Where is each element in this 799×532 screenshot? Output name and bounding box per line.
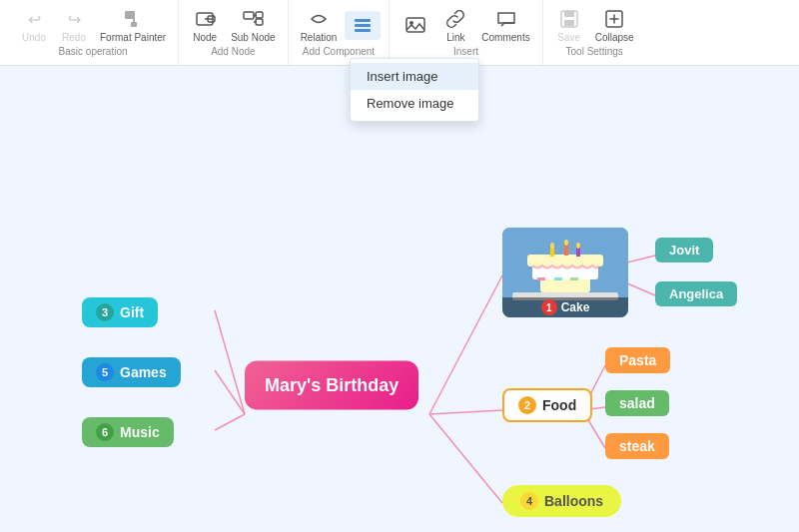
gift-node[interactable]: 3 Gift [82,297,158,327]
balloons-label: Balloons [544,493,603,509]
redo-button[interactable]: ↪ Redo [56,5,92,45]
food-num: 2 [518,396,536,414]
svg-rect-25 [537,277,545,280]
comments-icon [494,7,518,31]
toolbar-group-add-node: Node Sub Node Add Node [179,0,288,65]
svg-rect-10 [256,19,263,25]
toolbar-group-tool-settings: Save Collapse Tool Settings [543,0,646,65]
svg-point-32 [564,240,568,246]
salad-node[interactable]: salad [605,390,669,416]
games-label: Games [120,364,167,380]
sub-node-icon [241,7,265,31]
svg-rect-26 [554,277,562,280]
svg-point-33 [576,243,580,249]
insert-dropdown-menu: Insert image Remove image [350,58,479,122]
cake-node-label-bar: 1 Cake [502,297,628,317]
remove-image-menu-item[interactable]: Remove image [351,90,478,117]
add-component-icon [351,13,375,37]
sub-node-button[interactable]: Sub Node [227,5,279,45]
format-painter-button[interactable]: Format Painter [96,5,170,45]
svg-rect-27 [570,277,578,280]
music-badge: 6 [96,423,114,441]
toolbar-group-add-component: Relation Add Component [289,0,391,65]
cake-num: 1 [541,299,557,315]
insert-image-menu-item[interactable]: Insert image [351,63,478,90]
link-icon [443,7,467,31]
food-node[interactable]: 2 Food [502,388,592,422]
insert-image-button[interactable] [398,11,433,40]
save-label: Save [557,32,580,43]
redo-icon: ↪ [62,7,86,31]
gift-badge: 3 [96,303,114,321]
collapse-button[interactable]: Collapse [591,5,638,45]
svg-rect-22 [540,277,590,292]
gift-label: Gift [120,304,144,320]
format-painter-label: Format Painter [100,32,166,43]
image-icon [403,13,427,37]
svg-rect-6 [244,12,254,19]
collapse-label: Collapse [595,32,634,43]
add-component-label-group: Add Component [303,46,375,57]
add-node-label: Add Node [211,46,255,57]
angelica-node[interactable]: Angelica [655,281,737,306]
center-node-label: Mary's Birthday [265,375,399,396]
salad-label: salad [619,395,655,411]
insert-label: Insert [453,46,478,57]
collapse-icon [602,7,626,31]
comments-label: Comments [481,32,529,43]
games-badge: 5 [96,363,114,381]
redo-label: Redo [62,32,86,43]
svg-rect-11 [355,19,371,22]
steak-label: steak [619,438,655,454]
svg-rect-17 [564,11,574,17]
undo-button[interactable]: ↩ Undo [16,5,52,45]
relation-label: Relation [301,32,338,43]
steak-node[interactable]: steak [605,433,669,459]
node-label: Node [193,32,217,43]
toolbar-group-insert: Link Comments Insert [390,0,542,65]
tool-settings-label: Tool Settings [566,46,623,57]
svg-point-31 [550,243,554,249]
save-button[interactable]: Save [551,5,587,45]
relation-button[interactable]: Relation [297,5,342,45]
games-node[interactable]: 5 Games [82,357,181,387]
undo-label: Undo [22,32,46,43]
undo-icon: ↩ [22,7,46,31]
mindmap-canvas: Mary's Birthday 3 Gift 5 Games 6 Music [0,66,799,532]
node-icon [193,7,217,31]
basic-operation-label: Basic operation [59,46,128,57]
jovit-label: Jovit [669,243,699,258]
toolbar-group-basic: ↩ Undo ↪ Redo Format Painter Basic opera… [8,0,179,65]
pasta-node[interactable]: Pasta [605,347,670,373]
save-icon [557,7,581,31]
svg-rect-8 [256,12,263,18]
svg-rect-13 [355,29,371,32]
svg-rect-18 [564,20,574,26]
music-label: Music [120,424,160,440]
balloons-num: 4 [520,492,538,510]
cake-node[interactable]: 1 Cake [502,228,628,317]
link-button[interactable]: Link [437,5,473,45]
node-button[interactable]: Node [187,5,223,45]
svg-rect-12 [355,24,371,27]
svg-rect-2 [131,22,137,27]
pasta-label: Pasta [619,352,656,368]
jovit-node[interactable]: Jovit [655,238,713,263]
add-component-active-button[interactable] [345,11,381,40]
cake-label: Cake [561,300,590,314]
music-node[interactable]: 6 Music [82,417,174,447]
toolbar: ↩ Undo ↪ Redo Format Painter Basic opera… [0,0,799,66]
link-label: Link [446,32,464,43]
sub-node-label: Sub Node [231,32,275,43]
food-label: Food [542,397,576,413]
center-node[interactable]: Mary's Birthday [245,361,418,410]
angelica-label: Angelica [669,286,723,301]
format-painter-icon [121,7,145,31]
relation-icon [307,7,331,31]
comments-button[interactable]: Comments [477,5,533,45]
balloons-node[interactable]: 4 Balloons [502,485,621,517]
